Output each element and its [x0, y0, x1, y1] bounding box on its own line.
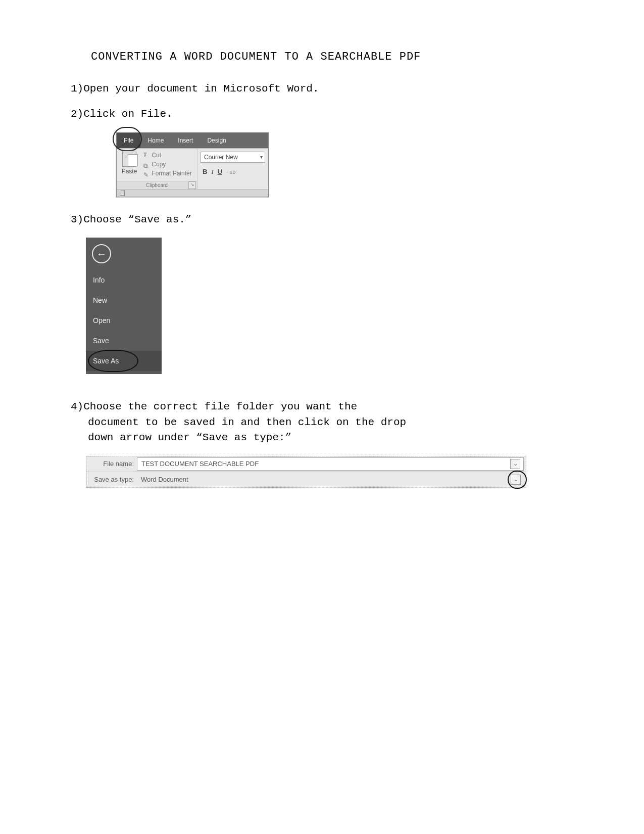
step-4-line2: document to be saved in and then click o… [88, 415, 439, 430]
save-type-row: Save as type: Word Document ⌄ [86, 472, 526, 487]
bold-button[interactable]: B [203, 168, 207, 175]
filename-row: File name: TEST DOCUMENT SEARCHABLE PDF … [86, 456, 526, 472]
document-title: CONVERTING A WORD DOCUMENT TO A SEARCHAB… [91, 51, 439, 63]
underline-button[interactable]: U [218, 168, 222, 175]
copy-label: Copy [152, 160, 166, 169]
step-1-text: Open your document in Microsoft Word. [83, 83, 319, 95]
backstage-save-as-label: Save As [93, 357, 119, 365]
step-4-line1: Choose the correct file folder you want … [83, 401, 357, 412]
font-name-value: Courier New [204, 154, 238, 161]
italic-button[interactable]: I [211, 168, 213, 176]
step-1: 1)Open your document in Microsoft Word. [71, 81, 439, 97]
cut-button[interactable]: ✂ Cut [143, 151, 191, 160]
filename-label: File name: [86, 460, 137, 468]
save-type-value: Word Document [141, 476, 188, 483]
tab-home[interactable]: Home [140, 133, 171, 148]
clipboard-small-buttons: ✂ Cut ⧉ Copy ✎ Format Painter [143, 151, 191, 178]
format-painter-label: Format Painter [152, 169, 191, 178]
backstage-save-as[interactable]: Save As [86, 351, 162, 371]
arrow-left-icon: ← [96, 249, 107, 259]
tab-insert[interactable]: Insert [171, 133, 200, 148]
word-backstage-screenshot: ← Info New Open Save Save As [86, 238, 162, 374]
save-type-dropdown-icon[interactable]: ⌄ [511, 475, 521, 485]
clipboard-dialog-launcher[interactable]: ↘ [188, 181, 196, 189]
ribbon-body: Paste ✂ Cut ⧉ Copy ✎ Format Painter [117, 148, 268, 189]
copy-button[interactable]: ⧉ Copy [143, 160, 191, 169]
filename-field[interactable]: TEST DOCUMENT SEARCHABLE PDF ⌄ [137, 457, 524, 471]
tab-file[interactable]: File [117, 133, 140, 148]
font-group: Courier New ▾ B I U · ab [197, 149, 268, 189]
step-2-number: 2) [71, 108, 83, 120]
step-3-number: 3) [71, 214, 83, 225]
backstage-save[interactable]: Save [86, 331, 162, 351]
clipboard-group-label: Clipboard [117, 181, 197, 189]
step-2-text: Click on File. [83, 108, 172, 120]
back-circle: ← [92, 244, 111, 263]
filename-dropdown-icon[interactable]: ⌄ [510, 459, 520, 469]
paste-icon [122, 151, 136, 167]
font-style-buttons: B I U · ab [201, 168, 265, 176]
ribbon-tabs: File Home Insert Design [117, 133, 268, 148]
clipboard-group: Paste ✂ Cut ⧉ Copy ✎ Format Painter [117, 149, 197, 189]
save-type-field[interactable]: Word Document ⌄ [137, 474, 524, 486]
font-name-select[interactable]: Courier New ▾ [201, 152, 265, 163]
ruler [117, 189, 268, 197]
brush-icon: ✎ [143, 170, 150, 176]
chevron-down-icon: ▾ [260, 154, 263, 160]
paste-button[interactable]: Paste [119, 151, 140, 175]
scissors-icon: ✂ [143, 152, 150, 158]
step-3: 3)Choose “Save as.” [71, 212, 439, 227]
step-4: 4)Choose the correct file folder you wan… [71, 399, 439, 445]
save-dialog-screenshot: File name: TEST DOCUMENT SEARCHABLE PDF … [86, 456, 526, 488]
format-painter-button[interactable]: ✎ Format Painter [143, 169, 191, 178]
backstage-open[interactable]: Open [86, 310, 162, 331]
step-1-number: 1) [71, 83, 83, 95]
paste-label: Paste [119, 168, 140, 175]
step-3-text: Choose “Save as.” [83, 214, 191, 225]
back-button[interactable]: ← [86, 238, 162, 270]
step-4-number: 4) [71, 401, 83, 412]
copy-icon: ⧉ [143, 161, 150, 167]
backstage-new[interactable]: New [86, 290, 162, 310]
filename-value: TEST DOCUMENT SEARCHABLE PDF [141, 460, 259, 468]
step-4-line3: down arrow under “Save as type:” [88, 430, 439, 445]
font-more[interactable]: · ab [226, 169, 235, 175]
word-ribbon-screenshot: File Home Insert Design Paste ✂ Cut [116, 132, 269, 197]
save-type-label: Save as type: [86, 476, 137, 483]
backstage-info[interactable]: Info [86, 270, 162, 290]
tab-design[interactable]: Design [200, 133, 233, 148]
tab-file-label: File [124, 137, 133, 144]
step-2: 2)Click on File. [71, 107, 439, 122]
cut-label: Cut [152, 151, 161, 160]
